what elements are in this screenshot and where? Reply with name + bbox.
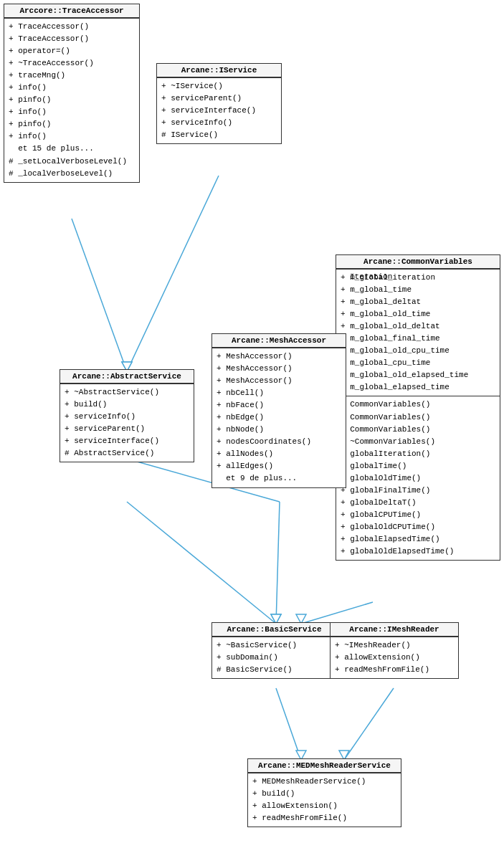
member: + m_global_final_time xyxy=(341,333,495,345)
member: + globalIteration() xyxy=(341,448,495,460)
member: + m_global_old_deltat xyxy=(341,320,495,333)
svg-line-2 xyxy=(127,176,219,371)
member: + ~IMeshReader() xyxy=(335,639,454,652)
member: + serviceInterface() xyxy=(65,435,189,447)
member: et 9 de plus... xyxy=(217,472,341,485)
member: + info() xyxy=(9,106,135,118)
member: + m_global_deltat xyxy=(341,296,495,308)
member: + serviceInfo() xyxy=(65,411,189,423)
abstract-service-title: Arcane::AbstractService xyxy=(60,370,194,384)
member: + MEDMeshReaderService() xyxy=(252,776,396,788)
member: + TraceAccessor() xyxy=(9,33,135,45)
member: + info() xyxy=(9,82,135,94)
trace-accessor-body: + TraceAccessor() + TraceAccessor() + op… xyxy=(4,19,139,182)
member: + nbNode() xyxy=(217,424,341,436)
member: + allNodes() xyxy=(217,448,341,460)
member: + m_global_old_cpu_time xyxy=(341,345,495,357)
member: # IService() xyxy=(161,129,277,141)
member: + CommonVariables() xyxy=(341,411,495,424)
member: + globalOldElapsedTime() xyxy=(341,546,495,558)
member: + globalTime() xyxy=(341,460,495,472)
common-variables-methods: + CommonVariables() + CommonVariables() … xyxy=(336,396,500,560)
member: # AbstractService() xyxy=(65,447,189,459)
imesh-reader-box: Arcane::IMeshReader + ~IMeshReader() + a… xyxy=(330,622,459,679)
member: # _localVerboseLevel() xyxy=(9,168,135,180)
svg-line-6 xyxy=(127,502,276,624)
member: + ~IService() xyxy=(161,80,277,92)
member: # _setLocalVerboseLevel() xyxy=(9,156,135,168)
basic-service-title: Arcane::BasicService xyxy=(212,623,336,637)
svg-line-10 xyxy=(301,602,373,624)
member: et 15 de plus... xyxy=(9,143,135,155)
member: + nodesCoordinates() xyxy=(217,436,341,448)
imesh-reader-body: + ~IMeshReader() + allowExtension() + re… xyxy=(331,637,458,678)
svg-line-12 xyxy=(276,688,301,760)
member: + allowExtension() xyxy=(252,800,396,812)
common-variables-members: + m_global_iteration + m_global_time + m… xyxy=(336,270,500,396)
mesh-accessor-box: Arcane::MeshAccessor + MeshAccessor() + … xyxy=(211,333,346,488)
iservice-body: + ~IService() + serviceParent() + servic… xyxy=(157,78,281,143)
svg-line-14 xyxy=(344,688,394,760)
member: + readMeshFromFile() xyxy=(335,664,454,676)
member: + MeshAccessor() xyxy=(217,375,341,387)
member: + ~BasicService() xyxy=(217,639,332,652)
member: + pinfo() xyxy=(9,94,135,106)
member: + TraceAccessor() xyxy=(9,21,135,33)
member: + nbCell() xyxy=(217,387,341,399)
member: + m_global_old_time xyxy=(341,308,495,320)
iteration-label: Iteration xyxy=(350,272,392,281)
member: + CommonVariables() xyxy=(341,399,495,411)
member: + MeshAccessor() xyxy=(217,351,341,363)
member: + readMeshFromFile() xyxy=(252,812,396,824)
member: + m_global_time xyxy=(341,284,495,296)
member: + info() xyxy=(9,130,135,143)
member: + m_global_cpu_time xyxy=(341,357,495,369)
member: + globalOldCPUTime() xyxy=(341,521,495,533)
member: + CommonVariables() xyxy=(341,424,495,436)
member: + globalCPUTime() xyxy=(341,509,495,521)
abstract-service-box: Arcane::AbstractService + ~AbstractServi… xyxy=(60,369,194,462)
basic-service-body: + ~BasicService() + subDomain() # BasicS… xyxy=(212,637,336,678)
med-mesh-reader-service-title: Arcane::MEDMeshReaderService xyxy=(248,759,401,773)
member: + globalDeltaT() xyxy=(341,497,495,509)
member: + serviceParent() xyxy=(161,92,277,105)
member: + serviceParent() xyxy=(65,423,189,435)
member: + serviceInfo() xyxy=(161,117,277,129)
member: # BasicService() xyxy=(217,664,332,676)
common-variables-title: Arcane::CommonVariables xyxy=(336,255,500,269)
iservice-box: Arcane::IService + ~IService() + service… xyxy=(156,63,282,144)
member: + traceMng() xyxy=(9,70,135,82)
member: + allEdges() xyxy=(217,460,341,472)
svg-line-0 xyxy=(72,219,127,371)
common-variables-box: Arcane::CommonVariables + m_global_itera… xyxy=(336,254,500,561)
member: + allowExtension() xyxy=(335,652,454,664)
member: + build() xyxy=(65,399,189,411)
member: + globalOldTime() xyxy=(341,472,495,485)
member: + globalFinalTime() xyxy=(341,485,495,497)
trace-accessor-box: Arccore::TraceAccessor + TraceAccessor()… xyxy=(4,4,140,183)
member: + globalElapsedTime() xyxy=(341,533,495,546)
member: + ~TraceAccessor() xyxy=(9,57,135,70)
member: + build() xyxy=(252,788,396,800)
iservice-title: Arcane::IService xyxy=(157,64,281,77)
member: + serviceInterface() xyxy=(161,105,277,117)
imesh-reader-title: Arcane::IMeshReader xyxy=(331,623,458,637)
mesh-accessor-title: Arcane::MeshAccessor xyxy=(212,334,346,348)
abstract-service-body: + ~AbstractService() + build() + service… xyxy=(60,384,194,462)
member: + m_global_old_elapsed_time xyxy=(341,369,495,381)
member: + ~CommonVariables() xyxy=(341,436,495,448)
basic-service-box: Arcane::BasicService + ~BasicService() +… xyxy=(211,622,337,679)
med-mesh-reader-service-box: Arcane::MEDMeshReaderService + MEDMeshRe… xyxy=(247,758,401,827)
med-mesh-reader-service-body: + MEDMeshReaderService() + build() + all… xyxy=(248,773,401,827)
member: + nbEdge() xyxy=(217,411,341,424)
member: + ~AbstractService() xyxy=(65,386,189,399)
svg-line-8 xyxy=(276,502,280,624)
trace-accessor-title: Arccore::TraceAccessor xyxy=(4,4,139,18)
member: + nbFace() xyxy=(217,399,341,411)
member: + operator=() xyxy=(9,45,135,57)
member: + m_global_elapsed_time xyxy=(341,381,495,394)
member: + subDomain() xyxy=(217,652,332,664)
mesh-accessor-body: + MeshAccessor() + MeshAccessor() + Mesh… xyxy=(212,348,346,487)
member: + MeshAccessor() xyxy=(217,363,341,375)
member: + pinfo() xyxy=(9,118,135,130)
